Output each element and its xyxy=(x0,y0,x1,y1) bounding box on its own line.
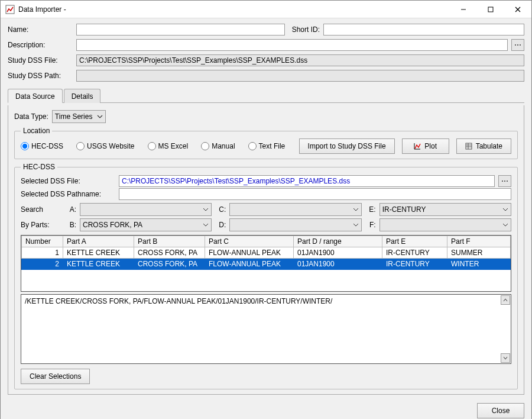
short-id-input[interactable] xyxy=(323,24,524,36)
app-icon xyxy=(5,5,15,14)
scroll-down-button[interactable] xyxy=(501,353,510,363)
col-part-a[interactable]: Part A xyxy=(63,236,134,247)
window-title: Data Importer - xyxy=(18,5,450,14)
tabulate-button[interactable]: Tabulate xyxy=(456,138,511,154)
location-radio-group: HEC-DSS USGS Website MS Excel Manual Tex… xyxy=(21,142,285,150)
chevron-down-icon xyxy=(353,207,359,212)
import-button[interactable]: Import to Study DSS File xyxy=(299,138,395,154)
table-header-row: Number Part A Part B Part C Part D / ran… xyxy=(22,236,511,247)
part-c-label: C: xyxy=(215,205,226,214)
name-label: Name: xyxy=(8,25,73,34)
part-f-combo[interactable] xyxy=(379,218,511,231)
selected-dss-file-browse-button[interactable] xyxy=(498,175,511,187)
part-d-label: D: xyxy=(215,221,226,229)
by-parts-label: By Parts: xyxy=(21,221,62,229)
data-type-label: Data Type: xyxy=(14,112,48,121)
svg-point-5 xyxy=(515,44,516,46)
study-dss-file-label: Study DSS File: xyxy=(8,56,73,65)
chevron-down-icon xyxy=(353,222,359,228)
col-part-e[interactable]: Part E xyxy=(382,236,447,247)
chevron-down-icon xyxy=(203,222,209,228)
table-row[interactable]: 2KETTLE CREEKCROSS FORK, PAFLOW-ANNUAL P… xyxy=(22,259,511,270)
selected-dss-file-input[interactable] xyxy=(119,175,495,187)
data-type-combo[interactable]: Time Series xyxy=(52,110,106,123)
plot-icon xyxy=(414,143,421,150)
hec-dss-legend: HEC-DSS xyxy=(21,163,57,171)
close-button[interactable]: Close xyxy=(477,403,524,418)
window-maximize-button[interactable] xyxy=(477,1,504,18)
window: Data Importer - Name: Short ID: Descript… xyxy=(0,0,532,419)
col-part-b[interactable]: Part B xyxy=(134,236,205,247)
selected-dss-pathname-label: Selected DSS Pathname: xyxy=(21,190,115,198)
window-minimize-button[interactable] xyxy=(450,1,477,18)
description-browse-button[interactable] xyxy=(511,39,524,51)
chevron-down-icon xyxy=(502,207,508,212)
data-type-value: Time Series xyxy=(55,112,93,121)
tab-data-source[interactable]: Data Source xyxy=(8,89,63,103)
chevron-down-icon xyxy=(503,356,508,360)
col-part-c[interactable]: Part C xyxy=(205,236,294,247)
radio-ms-excel[interactable]: MS Excel xyxy=(148,142,189,150)
tab-details[interactable]: Details xyxy=(64,89,101,103)
results-table-wrap: Number Part A Part B Part C Part D / ran… xyxy=(21,235,511,292)
part-b-combo[interactable]: CROSS FORK, PA xyxy=(80,218,212,231)
part-b-label: B: xyxy=(66,221,76,229)
chevron-up-icon xyxy=(503,298,508,302)
col-number[interactable]: Number xyxy=(22,236,63,247)
part-e-label: E: xyxy=(365,205,376,214)
table-row[interactable]: 1KETTLE CREEKCROSS FORK, PAFLOW-ANNUAL P… xyxy=(22,247,511,259)
svg-point-12 xyxy=(502,181,503,182)
content-area: Name: Short ID: Description: Study DSS F… xyxy=(1,18,531,399)
selected-dss-file-label: Selected DSS File: xyxy=(21,177,115,185)
col-part-d[interactable]: Part D / range xyxy=(294,236,382,247)
part-e-combo[interactable]: IR-CENTURY xyxy=(379,203,511,216)
part-a-label: A: xyxy=(66,205,76,214)
svg-rect-8 xyxy=(466,143,472,149)
chevron-down-icon xyxy=(203,207,209,212)
search-label: Search xyxy=(21,205,62,214)
svg-point-14 xyxy=(507,181,508,182)
selected-dss-pathname-input[interactable] xyxy=(119,188,511,200)
description-label: Description: xyxy=(8,41,73,49)
part-f-label: F: xyxy=(365,221,376,229)
name-input[interactable] xyxy=(76,24,285,36)
part-a-combo[interactable] xyxy=(80,203,212,216)
tab-body: Data Type: Time Series Location HEC-DSS … xyxy=(8,105,524,395)
results-table[interactable]: Number Part A Part B Part C Part D / ran… xyxy=(21,236,511,270)
path-display-text: /KETTLE CREEK/CROSS FORK, PA/FLOW-ANNUAL… xyxy=(25,297,332,305)
window-close-button[interactable] xyxy=(504,1,531,18)
tabstrip: Data Source Details xyxy=(8,88,524,103)
location-fieldset: Location HEC-DSS USGS Website MS Excel M… xyxy=(14,127,518,159)
svg-point-7 xyxy=(520,44,521,46)
svg-rect-2 xyxy=(488,7,493,12)
chevron-down-icon xyxy=(502,222,508,228)
col-part-f[interactable]: Part F xyxy=(447,236,511,247)
radio-usgs[interactable]: USGS Website xyxy=(76,142,134,150)
study-dss-path-label: Study DSS Path: xyxy=(8,72,73,80)
study-dss-path-field xyxy=(76,70,524,82)
action-buttons: Import to Study DSS File Plot Tabulate xyxy=(299,138,511,154)
short-id-label: Short ID: xyxy=(292,25,320,34)
table-icon xyxy=(465,143,472,150)
search-by-parts: Search A: C: E: IR-CENTURY By Parts: B: … xyxy=(21,203,511,231)
path-display-box[interactable]: /KETTLE CREEK/CROSS FORK, PA/FLOW-ANNUAL… xyxy=(21,294,511,364)
part-d-combo[interactable] xyxy=(229,218,361,231)
location-legend: Location xyxy=(21,127,52,135)
footer: Close xyxy=(1,399,531,419)
chevron-down-icon xyxy=(97,114,103,120)
radio-hec-dss[interactable]: HEC-DSS xyxy=(21,142,63,150)
study-dss-file-field xyxy=(76,54,524,66)
hec-dss-fieldset: HEC-DSS Selected DSS File: Selected DSS … xyxy=(14,163,518,389)
part-c-combo[interactable] xyxy=(229,203,361,216)
scroll-up-button[interactable] xyxy=(501,295,510,305)
ellipsis-icon xyxy=(501,178,508,184)
clear-selections-button[interactable]: Clear Selections xyxy=(21,369,90,384)
svg-point-13 xyxy=(504,181,505,182)
plot-button[interactable]: Plot xyxy=(402,138,449,154)
description-input[interactable] xyxy=(76,39,508,51)
radio-text-file[interactable]: Text File xyxy=(248,142,286,150)
ellipsis-icon xyxy=(514,42,521,48)
titlebar: Data Importer - xyxy=(1,1,531,18)
svg-point-6 xyxy=(517,44,518,46)
radio-manual[interactable]: Manual xyxy=(201,142,235,150)
